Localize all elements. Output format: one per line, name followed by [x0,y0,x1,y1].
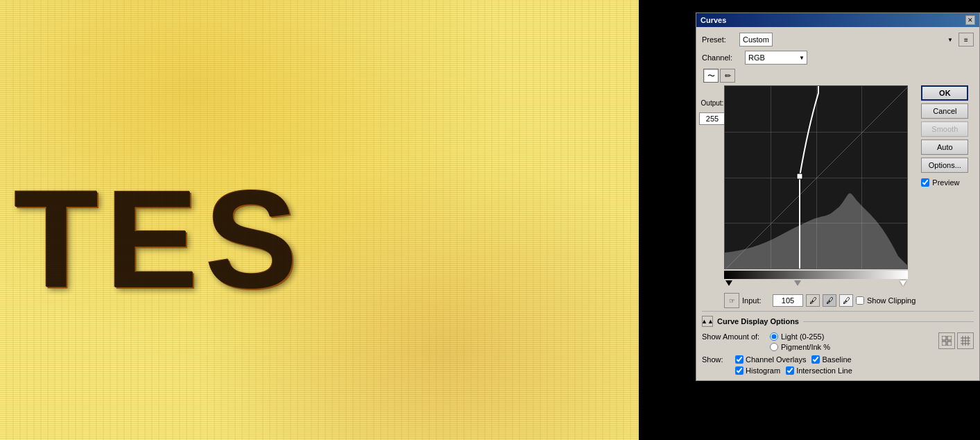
collapse-button[interactable]: ▲▲ [702,316,713,327]
background-canvas: TES [0,0,639,440]
show-amount-section: Show Amount of: Light (0-255) Pigment/In… [702,332,974,351]
preset-select-wrapper: Custom [739,33,956,46]
curve-control-point[interactable] [797,174,802,179]
svg-rect-0 [942,336,946,340]
curve-display-options: ▲▲ Curve Display Options Show Amount of:… [702,311,974,375]
channel-select[interactable]: RGB [745,51,807,65]
graph-container: ☞ Input: 🖋 🖋 🖋 Show Clipping [724,85,915,308]
smooth-button: Smooth [921,121,968,137]
channel-overlays-row: Channel Overlays [735,355,806,364]
grid-4x4-button[interactable] [938,332,955,349]
options-divider [803,321,974,322]
output-section: Output: [702,85,723,308]
light-radio-row: Light (0-255) [770,332,830,341]
preset-select[interactable]: Custom [739,33,773,46]
curves-dialog: Curves ✕ Preset: Custom ≡ Channel: RGB [696,12,980,381]
input-value-input[interactable] [773,294,803,307]
curve-tools: 〜 ✏ [702,69,974,83]
pencil-tool-button[interactable]: ✏ [720,69,735,83]
slider-markers [724,280,908,289]
show-clipping-label: Show Clipping [867,296,915,305]
show-label: Show: [702,355,730,364]
eyedropper-black-button[interactable]: 🖋 [806,294,820,307]
options-button[interactable]: Options... [921,158,968,173]
grid-10x10-button[interactable] [957,332,974,349]
preview-row: Preview [921,178,968,187]
channel-select-wrapper: RGB [745,51,807,65]
curves-graph[interactable] [724,85,908,269]
intersection-row: Intersection Line [786,366,852,375]
dialog-titlebar: Curves ✕ [696,13,979,27]
light-label: Light (0-255) [781,332,824,341]
cancel-button[interactable]: Cancel [921,103,968,119]
histogram-area [725,193,908,269]
pigment-radio[interactable] [770,343,778,351]
channel-overlays-label: Channel Overlays [746,355,806,364]
output-label: Output: [701,99,724,107]
pigment-radio-row: Pigment/Ink % [770,343,830,351]
channel-row: Channel: RGB [702,51,974,65]
grid-size-buttons [938,332,974,349]
preset-row: Preset: Custom ≡ [702,33,974,46]
svg-rect-1 [947,336,952,340]
dialog-body: Preset: Custom ≡ Channel: RGB 〜 ✏ [696,27,979,380]
baseline-checkbox[interactable] [811,355,820,364]
light-radio[interactable] [770,332,778,341]
close-button[interactable]: ✕ [965,15,975,25]
svg-rect-3 [947,341,952,346]
histogram-label: Histogram [746,366,780,375]
black-point-slider[interactable] [725,280,732,286]
eyedropper-gray-button[interactable]: 🖋 [823,294,836,307]
sample-tool-button[interactable]: ☞ [724,293,739,308]
channel-label: Channel: [702,53,742,62]
eyedropper-white-button[interactable]: 🖋 [839,294,853,307]
options-header: ▲▲ Curve Display Options [702,316,974,327]
graph-section: Output: [702,85,915,308]
baseline-label: Baseline [822,355,851,364]
right-buttons: OK Cancel Smooth Auto Options... Preview [921,85,968,308]
dialog-title: Curves [700,16,726,24]
ok-button[interactable]: OK [921,85,968,101]
show-checkboxes-row2: Histogram Intersection Line [735,366,974,375]
preview-label: Preview [932,178,959,187]
input-label: Input: [742,296,770,305]
svg-rect-2 [942,341,946,346]
gradient-slider [724,271,908,279]
grid-4x4-icon [942,336,952,346]
baseline-row: Baseline [811,355,851,364]
intersection-label: Intersection Line [796,366,852,375]
input-row: ☞ Input: 🖋 🖋 🖋 Show Clipping [724,293,915,308]
show-amount-label: Show Amount of: [702,332,764,341]
histogram-row: Histogram [735,366,780,375]
histogram-checkbox[interactable] [735,366,743,375]
canvas-text: TES [14,160,304,319]
channel-overlays-checkbox[interactable] [735,355,743,364]
main-content: Output: [702,85,974,308]
curves-svg [725,86,908,269]
output-value-input[interactable] [699,112,725,125]
grid-10x10-icon [961,336,970,346]
white-point-slider[interactable] [900,280,906,286]
amount-radio-group: Light (0-255) Pigment/Ink % [770,332,830,351]
curve-display-title: Curve Display Options [717,317,799,325]
intersection-checkbox[interactable] [786,366,794,375]
show-checkboxes-row1: Show: Channel Overlays Baseline [702,355,974,364]
preset-menu-button[interactable]: ≡ [958,33,974,46]
pigment-label: Pigment/Ink % [781,343,830,351]
show-clipping-row: Show Clipping [856,296,915,305]
preview-checkbox[interactable] [921,178,929,187]
midpoint-slider[interactable] [794,280,801,286]
preset-label: Preset: [702,35,737,44]
show-clipping-checkbox[interactable] [856,296,864,305]
auto-button[interactable]: Auto [921,139,968,155]
curve-tool-button[interactable]: 〜 [703,69,719,83]
